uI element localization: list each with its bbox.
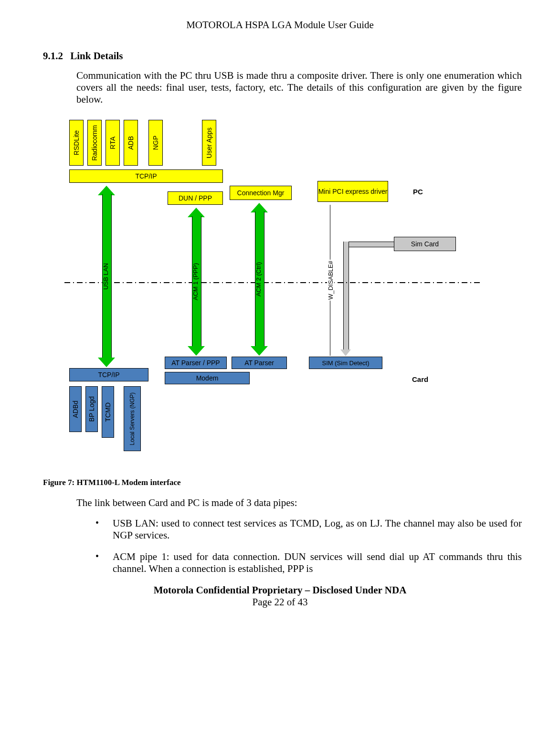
box-rta: RTA [106,120,120,166]
label-acm1: ACM 1 (PPP) [192,263,201,300]
box-user-apps: User Apps [202,120,216,166]
box-tcmd: TCMD [102,386,114,438]
box-sim-detect: SIM (Sim Detect) [309,357,382,369]
box-at-parser: AT Parser [232,357,287,369]
side-label-pc: PC [413,188,423,196]
label-user-apps: User Apps [205,127,213,158]
paragraph-intro: Communication with the PC thru USB is ma… [76,70,522,106]
label-adbd: ADBd [72,401,79,418]
box-adb: ADB [124,120,138,166]
label-rsdlite: RSDLite [73,130,80,155]
page-footer: Motorola Confidential Proprietary – Disc… [29,584,531,608]
box-at-parser-ppp: AT Parser / PPP [165,357,227,369]
bullet-list: USB LAN: used to connect test services a… [95,517,522,575]
label-acm2: ACM 2 (Ctrl) [255,262,264,296]
label-bp-logd: BP Logd [88,396,95,422]
arrow-acm1: ACM 1 (PPP) [188,208,205,356]
label-local-servers: Local Servers (NGP) [129,392,136,445]
footer-confidential: Motorola Confidential Proprietary – Disc… [29,584,531,596]
figure-caption: Figure 7: HTM1100-L Modem interface [43,478,531,487]
label-adb: ADB [127,136,135,150]
box-radiocomm: Radiocomm [87,120,102,166]
line-w-disable: W_DISABLE# [330,205,330,356]
box-sim-card: Sim Card [394,237,456,251]
box-connection-mgr: Connection Mgr [230,186,292,200]
section-title: Link Details [70,50,123,62]
box-modem: Modem [165,372,250,384]
section-number: 9.1.2 [43,50,63,62]
section-heading: 9.1.2 Link Details [43,50,531,62]
footer-page-number: Page 22 of 43 [29,596,531,608]
box-adbd: ADBd [69,386,82,432]
paragraph-link-intro: The link between Card and PC is made of … [76,497,531,509]
diagram-container: RSDLite Radiocomm RTA ADB NGP User Apps … [64,120,480,464]
arrow-usb-lan: USB LAN [98,186,115,367]
label-tcmd: TCMD [104,402,112,422]
label-w-disable: W_DISABLE# [327,260,334,301]
side-label-card: Card [412,375,428,383]
box-tcpip-bottom: TCP/IP [69,368,148,381]
divider-dashdot [64,282,480,283]
box-rsdlite: RSDLite [69,120,84,166]
arrow-acm2: ACM 2 (Ctrl) [251,203,268,356]
figure-7: RSDLite Radiocomm RTA ADB NGP User Apps … [64,120,531,464]
box-local-servers-ngp: Local Servers (NGP) [124,386,141,451]
box-dun-ppp: DUN / PPP [168,191,223,205]
label-ngp: NGP [152,136,159,150]
label-rta: RTA [109,137,116,149]
box-bp-logd: BP Logd [85,386,98,432]
bullet-acm1: ACM pipe 1: used for data connection. DU… [95,551,522,575]
label-usb-lan: USB LAN [102,263,111,290]
box-ngp: NGP [148,120,163,166]
bullet-usb-lan: USB LAN: used to connect test services a… [95,517,522,541]
label-radiocomm: Radiocomm [91,125,98,161]
box-mini-pci-driver: Mini PCI express driver [317,181,388,202]
box-tcpip-top: TCP/IP [69,169,223,183]
page-header: MOTOROLA HSPA LGA Module User Guide [29,19,531,31]
